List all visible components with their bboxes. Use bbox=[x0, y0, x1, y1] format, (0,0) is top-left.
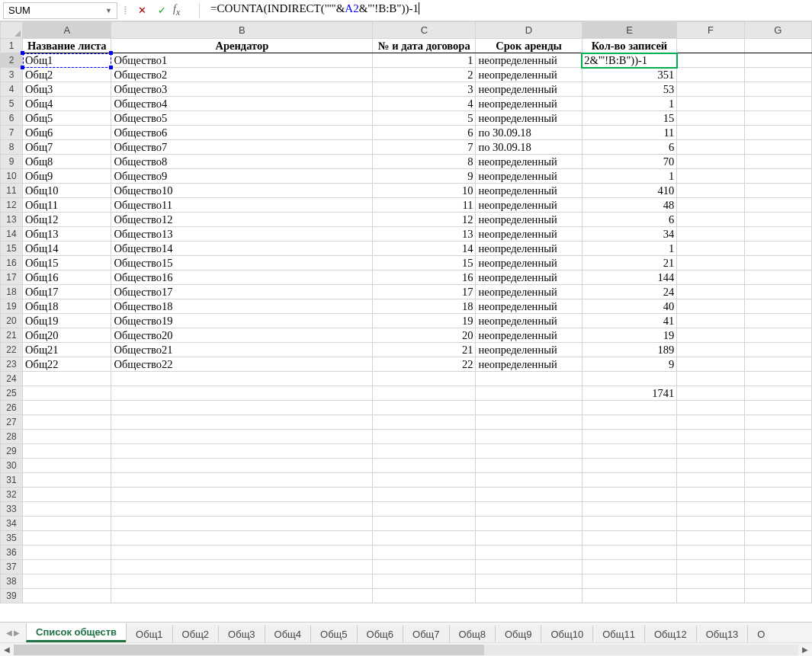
cell-F4[interactable] bbox=[677, 82, 744, 97]
cell-E30[interactable] bbox=[582, 459, 677, 473]
header-cell-F[interactable] bbox=[677, 39, 744, 53]
cell-E27[interactable] bbox=[582, 415, 677, 430]
cell-E28[interactable] bbox=[582, 430, 677, 444]
cell-F19[interactable] bbox=[677, 299, 744, 314]
sheet-tab[interactable]: Общ7 bbox=[403, 626, 449, 642]
cell-C32[interactable] bbox=[373, 488, 476, 502]
cell-F26[interactable] bbox=[677, 401, 744, 415]
cell-B34[interactable] bbox=[111, 517, 373, 531]
cell-B33[interactable] bbox=[111, 502, 373, 517]
cell-D34[interactable] bbox=[476, 517, 582, 531]
cell-D11[interactable]: неопределенный bbox=[476, 184, 582, 198]
insert-function-button[interactable]: fx bbox=[173, 3, 191, 18]
cell-B2[interactable]: Общество1 bbox=[111, 53, 373, 68]
cell-C35[interactable] bbox=[373, 531, 476, 546]
cell-E25[interactable]: 1741 bbox=[582, 386, 677, 401]
cell-E15[interactable]: 1 bbox=[582, 242, 677, 256]
cell-E8[interactable]: 6 bbox=[582, 140, 677, 155]
cell-G3[interactable] bbox=[744, 68, 811, 82]
cell-A16[interactable]: Общ15 bbox=[23, 256, 111, 270]
header-cell-C[interactable]: № и дата договора bbox=[373, 39, 476, 53]
cell-C39[interactable] bbox=[373, 589, 476, 603]
column-header-A[interactable]: A bbox=[23, 22, 111, 39]
cell-C15[interactable]: 14 bbox=[373, 242, 476, 256]
cell-G22[interactable] bbox=[744, 343, 811, 357]
cell-E35[interactable] bbox=[582, 531, 677, 546]
sheet-tab[interactable]: Общ3 bbox=[218, 626, 265, 642]
cell-G23[interactable] bbox=[744, 357, 811, 372]
cell-F27[interactable] bbox=[677, 415, 744, 430]
name-box[interactable]: SUM ▼ bbox=[3, 2, 117, 19]
cell-D26[interactable] bbox=[476, 401, 582, 415]
header-cell-A[interactable]: Название листа bbox=[23, 39, 111, 53]
cell-E2[interactable]: 2&"'!B:B"))-1 bbox=[582, 53, 677, 68]
row-header[interactable]: 20 bbox=[1, 314, 23, 328]
cell-A6[interactable]: Общ5 bbox=[23, 111, 111, 126]
cell-D33[interactable] bbox=[476, 502, 582, 517]
cell-F18[interactable] bbox=[677, 285, 744, 299]
row-header[interactable]: 13 bbox=[1, 213, 23, 227]
cell-B19[interactable]: Общество18 bbox=[111, 299, 373, 314]
row-header[interactable]: 12 bbox=[1, 198, 23, 213]
row-header[interactable]: 38 bbox=[1, 574, 23, 589]
row-header[interactable]: 2 bbox=[1, 53, 23, 68]
cell-C30[interactable] bbox=[373, 459, 476, 473]
cell-F22[interactable] bbox=[677, 343, 744, 357]
row-header[interactable]: 4 bbox=[1, 82, 23, 97]
cell-B38[interactable] bbox=[111, 574, 373, 589]
cell-B8[interactable]: Общество7 bbox=[111, 140, 373, 155]
cell-F35[interactable] bbox=[677, 531, 744, 546]
cell-A17[interactable]: Общ16 bbox=[23, 270, 111, 285]
row-header[interactable]: 27 bbox=[1, 415, 23, 430]
cell-G30[interactable] bbox=[744, 459, 811, 473]
row-header[interactable]: 1 bbox=[1, 39, 23, 53]
cell-F17[interactable] bbox=[677, 270, 744, 285]
cell-A25[interactable] bbox=[23, 386, 111, 401]
cell-F3[interactable] bbox=[677, 68, 744, 82]
cell-F10[interactable] bbox=[677, 169, 744, 184]
cell-C22[interactable]: 21 bbox=[373, 343, 476, 357]
row-header[interactable]: 35 bbox=[1, 531, 23, 546]
cell-G11[interactable] bbox=[744, 184, 811, 198]
cell-B20[interactable]: Общество19 bbox=[111, 314, 373, 328]
cell-B18[interactable]: Общество17 bbox=[111, 285, 373, 299]
cell-C6[interactable]: 5 bbox=[373, 111, 476, 126]
cell-C21[interactable]: 20 bbox=[373, 328, 476, 343]
cell-E38[interactable] bbox=[582, 574, 677, 589]
cell-G26[interactable] bbox=[744, 401, 811, 415]
row-header[interactable]: 24 bbox=[1, 372, 23, 386]
row-header[interactable]: 29 bbox=[1, 444, 23, 459]
row-header[interactable]: 23 bbox=[1, 357, 23, 372]
cell-B11[interactable]: Общество10 bbox=[111, 184, 373, 198]
cell-C16[interactable]: 15 bbox=[373, 256, 476, 270]
cell-G24[interactable] bbox=[744, 372, 811, 386]
cell-B31[interactable] bbox=[111, 473, 373, 488]
row-header[interactable]: 31 bbox=[1, 473, 23, 488]
cancel-button[interactable]: ✕ bbox=[133, 5, 150, 16]
cell-A30[interactable] bbox=[23, 459, 111, 473]
row-header[interactable]: 25 bbox=[1, 386, 23, 401]
cell-D21[interactable]: неопределенный bbox=[476, 328, 582, 343]
cell-F24[interactable] bbox=[677, 372, 744, 386]
cell-G9[interactable] bbox=[744, 155, 811, 169]
cell-G17[interactable] bbox=[744, 270, 811, 285]
cell-C25[interactable] bbox=[373, 386, 476, 401]
cell-C33[interactable] bbox=[373, 502, 476, 517]
cell-C31[interactable] bbox=[373, 473, 476, 488]
cell-C23[interactable]: 22 bbox=[373, 357, 476, 372]
cell-B3[interactable]: Общество2 bbox=[111, 68, 373, 82]
cell-A12[interactable]: Общ11 bbox=[23, 198, 111, 213]
cell-A29[interactable] bbox=[23, 444, 111, 459]
cell-B4[interactable]: Общество3 bbox=[111, 82, 373, 97]
cell-G7[interactable] bbox=[744, 126, 811, 140]
cell-D17[interactable]: неопределенный bbox=[476, 270, 582, 285]
row-header[interactable]: 26 bbox=[1, 401, 23, 415]
cell-B14[interactable]: Общество13 bbox=[111, 227, 373, 242]
cell-D18[interactable]: неопределенный bbox=[476, 285, 582, 299]
cell-F16[interactable] bbox=[677, 256, 744, 270]
cell-G29[interactable] bbox=[744, 444, 811, 459]
cell-G35[interactable] bbox=[744, 531, 811, 546]
cell-D7[interactable]: по 30.09.18 bbox=[476, 126, 582, 140]
cell-B21[interactable]: Общество20 bbox=[111, 328, 373, 343]
cell-A18[interactable]: Общ17 bbox=[23, 285, 111, 299]
